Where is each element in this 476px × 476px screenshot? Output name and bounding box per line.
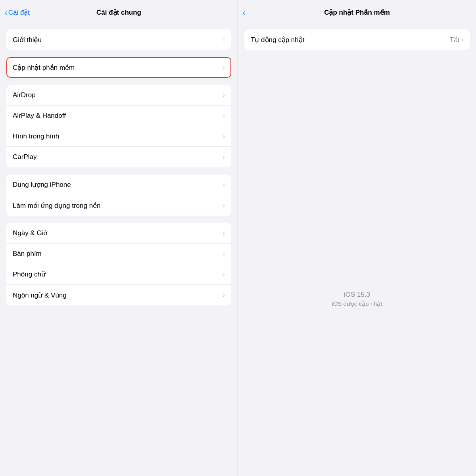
item-carplay-right: › bbox=[223, 154, 225, 161]
item-hinh-right: › bbox=[223, 133, 225, 140]
section-storage: Dung lượng iPhone › Làm mới ứng dụng tro… bbox=[6, 175, 231, 216]
item-ngon-ngu-label: Ngôn ngữ & Vùng bbox=[13, 291, 223, 299]
item-dung-luong-label: Dung lượng iPhone bbox=[13, 180, 223, 189]
item-airplay-label: AirPlay & Handoff bbox=[13, 112, 223, 120]
right-nav-title: Cập nhật Phần mềm bbox=[324, 8, 390, 17]
item-hinh-label: Hình trong hình bbox=[13, 132, 223, 140]
chevron-dung-luong-icon: › bbox=[223, 181, 225, 188]
section-connectivity: AirDrop › AirPlay & Handoff › Hình trong… bbox=[6, 85, 231, 167]
item-ngon-ngu-right: › bbox=[223, 292, 225, 299]
left-back-button[interactable]: ‹ Cài đặt bbox=[5, 8, 30, 17]
chevron-hinh-icon: › bbox=[223, 133, 225, 140]
item-ngay-gio-right: › bbox=[223, 230, 225, 237]
item-airdrop-label: AirDrop bbox=[13, 91, 223, 99]
item-phong-chu-label: Phông chữ bbox=[13, 270, 223, 278]
chevron-carplay-icon: › bbox=[223, 154, 225, 161]
item-ban-phim[interactable]: Bàn phím › bbox=[6, 244, 231, 264]
auto-update-value: Tắt bbox=[450, 36, 460, 44]
section-about: Giới thiệu › bbox=[6, 29, 231, 50]
item-cap-nhat-right: › bbox=[223, 64, 225, 71]
left-nav-bar: ‹ Cài đặt Cài đặt chung bbox=[0, 0, 238, 22]
chevron-phong-chu-icon: › bbox=[223, 271, 225, 278]
chevron-lam-moi-icon: › bbox=[223, 202, 225, 209]
item-gioi-thieu[interactable]: Giới thiệu › bbox=[6, 29, 231, 50]
item-gioi-thieu-right: › bbox=[223, 36, 225, 43]
left-back-label: Cài đặt bbox=[8, 8, 30, 17]
left-nav-title: Cài đặt chung bbox=[96, 8, 141, 17]
item-ngay-gio-label: Ngày & Giờ bbox=[13, 229, 223, 237]
ios-version-section: iOS 15.3 iOS được cập nhật bbox=[244, 129, 470, 469]
item-ngay-gio[interactable]: Ngày & Giờ › bbox=[6, 223, 231, 244]
item-auto-update[interactable]: Tự động cập nhật Tắt › bbox=[244, 29, 470, 50]
item-airdrop[interactable]: AirDrop › bbox=[6, 85, 231, 106]
right-back-button[interactable]: ‹ bbox=[243, 8, 246, 16]
item-ban-phim-label: Bàn phím bbox=[13, 250, 223, 258]
section-software-update: Cập nhật phần mềm › bbox=[6, 57, 231, 78]
right-nav-bar: ‹ Cập nhật Phần mềm bbox=[238, 0, 476, 22]
auto-update-section: Tự động cập nhật Tắt › bbox=[244, 29, 470, 50]
item-carplay[interactable]: CarPlay › bbox=[6, 147, 231, 167]
chevron-gioi-thieu-icon: › bbox=[223, 36, 225, 43]
item-lam-moi[interactable]: Làm mới ứng dụng trong nền › bbox=[6, 195, 231, 216]
item-phong-chu-right: › bbox=[223, 271, 225, 278]
ios-version-number: iOS 15.3 bbox=[344, 291, 370, 299]
section-locale: Ngày & Giờ › Bàn phím › Phông chữ › Ngôn… bbox=[6, 223, 231, 305]
right-panel: ‹ Cập nhật Phần mềm Tự động cập nhật Tắt… bbox=[238, 0, 476, 476]
left-content: Giới thiệu › Cập nhật phần mềm › AirDrop… bbox=[0, 22, 238, 476]
ios-version-status: iOS được cập nhật bbox=[332, 300, 382, 307]
item-hinh-trong-hinh[interactable]: Hình trong hình › bbox=[6, 126, 231, 147]
chevron-airdrop-icon: › bbox=[223, 92, 225, 99]
auto-update-right: Tắt › bbox=[450, 36, 463, 44]
chevron-auto-update-icon: › bbox=[461, 36, 463, 43]
right-back-chevron-icon: ‹ bbox=[243, 8, 246, 16]
item-cap-nhat-phan-mem[interactable]: Cập nhật phần mềm › bbox=[6, 57, 231, 78]
item-dung-luong[interactable]: Dung lượng iPhone › bbox=[6, 175, 231, 195]
item-phong-chu[interactable]: Phông chữ › bbox=[6, 264, 231, 285]
chevron-airplay-icon: › bbox=[223, 112, 225, 119]
item-cap-nhat-label: Cập nhật phần mềm bbox=[13, 63, 223, 72]
auto-update-label: Tự động cập nhật bbox=[251, 36, 450, 44]
chevron-cap-nhat-icon: › bbox=[223, 64, 225, 71]
item-lam-moi-label: Làm mới ứng dụng trong nền bbox=[13, 202, 223, 210]
item-lam-moi-right: › bbox=[223, 202, 225, 209]
chevron-ngon-ngu-icon: › bbox=[223, 292, 225, 299]
item-airdrop-right: › bbox=[223, 92, 225, 99]
left-back-chevron-icon: ‹ bbox=[5, 8, 8, 16]
item-airplay-right: › bbox=[223, 112, 225, 119]
chevron-ban-phim-icon: › bbox=[223, 250, 225, 257]
item-gioi-thieu-label: Giới thiệu bbox=[13, 36, 223, 44]
item-airplay-handoff[interactable]: AirPlay & Handoff › bbox=[6, 106, 231, 126]
item-dung-luong-right: › bbox=[223, 181, 225, 188]
right-panel-body: Tự động cập nhật Tắt › iOS 15.3 iOS được… bbox=[238, 22, 476, 476]
chevron-ngay-gio-icon: › bbox=[223, 230, 225, 237]
item-ban-phim-right: › bbox=[223, 250, 225, 257]
left-panel: ‹ Cài đặt Cài đặt chung Giới thiệu › Cập… bbox=[0, 0, 238, 476]
item-ngon-ngu[interactable]: Ngôn ngữ & Vùng › bbox=[6, 285, 231, 305]
item-carplay-label: CarPlay bbox=[13, 153, 223, 161]
